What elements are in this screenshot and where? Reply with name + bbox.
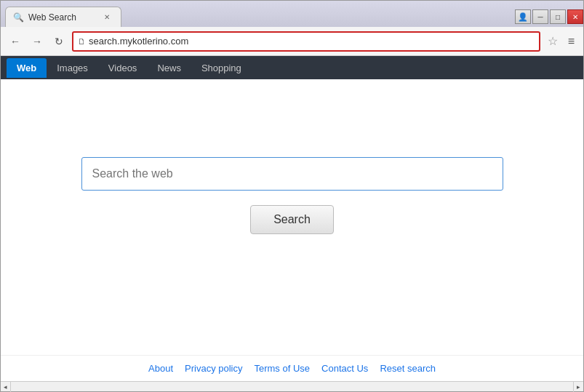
tab-images[interactable]: Images bbox=[47, 58, 98, 78]
tab-title: Web Search bbox=[28, 12, 76, 23]
bookmark-button[interactable]: ☆ bbox=[545, 34, 561, 48]
tab-videos[interactable]: Videos bbox=[98, 58, 148, 78]
window-close-button[interactable]: ✕ bbox=[567, 9, 583, 24]
footer-terms-link[interactable]: Terms of Use bbox=[254, 363, 310, 374]
forward-button[interactable]: → bbox=[28, 33, 46, 50]
tab-bar: 🔍 Web Search ✕ 👤 ─ □ ✕ bbox=[1, 1, 583, 27]
scroll-left-arrow[interactable]: ◂ bbox=[1, 382, 11, 392]
browser-window: 🔍 Web Search ✕ 👤 ─ □ ✕ ← → ↻ 🗋 ☆ ≡ Web I… bbox=[0, 0, 584, 392]
address-bar-container: 🗋 bbox=[72, 31, 540, 52]
tab-news[interactable]: News bbox=[147, 58, 191, 78]
tab-close-button[interactable]: ✕ bbox=[102, 12, 112, 23]
footer-privacy-link[interactable]: Privacy policy bbox=[185, 363, 242, 374]
tab-web[interactable]: Web bbox=[7, 58, 47, 78]
footer: About Privacy policy Terms of Use Contac… bbox=[1, 355, 583, 381]
menu-button[interactable]: ≡ bbox=[565, 35, 577, 48]
horizontal-scrollbar[interactable]: ◂ ▸ bbox=[1, 381, 583, 391]
footer-contact-link[interactable]: Contact Us bbox=[321, 363, 368, 374]
browser-tab[interactable]: 🔍 Web Search ✕ bbox=[5, 7, 121, 27]
page-icon: 🗋 bbox=[78, 37, 86, 46]
tab-favicon: 🔍 bbox=[13, 12, 24, 23]
window-maximize-button[interactable]: □ bbox=[550, 9, 566, 24]
footer-about-link[interactable]: About bbox=[148, 363, 173, 374]
window-minimize-button[interactable]: ─ bbox=[532, 9, 548, 24]
scroll-track[interactable] bbox=[11, 382, 573, 391]
search-tabs-bar: Web Images Videos News Shopping bbox=[1, 56, 583, 79]
search-button[interactable]: Search bbox=[250, 205, 334, 234]
search-box-wrapper bbox=[81, 157, 503, 191]
refresh-button[interactable]: ↻ bbox=[50, 33, 68, 50]
main-content: Search bbox=[1, 79, 583, 355]
search-input[interactable] bbox=[81, 157, 503, 191]
tab-shopping[interactable]: Shopping bbox=[191, 58, 252, 78]
window-user-button[interactable]: 👤 bbox=[515, 9, 531, 24]
scroll-right-arrow[interactable]: ▸ bbox=[573, 382, 583, 392]
window-controls: 👤 ─ □ ✕ bbox=[515, 9, 583, 27]
back-button[interactable]: ← bbox=[7, 33, 24, 50]
address-input[interactable] bbox=[89, 36, 535, 47]
nav-bar: ← → ↻ 🗋 ☆ ≡ bbox=[1, 27, 583, 56]
footer-reset-link[interactable]: Reset search bbox=[380, 363, 436, 374]
